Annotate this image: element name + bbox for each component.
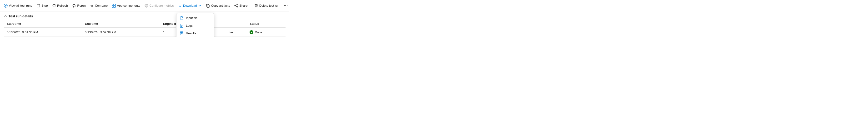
svg-rect-2 [112, 4, 114, 5]
col-status: Status [247, 20, 285, 28]
stop-button[interactable]: Stop [34, 3, 50, 9]
col-end-time: End time [82, 20, 160, 28]
status-done: Done [250, 30, 283, 34]
copy-artifacts-icon [206, 4, 210, 8]
test-run-table: Start time End time Engine instances Sta… [4, 20, 285, 37]
copy-artifacts-button[interactable]: Copy artifacts [204, 3, 232, 9]
delete-test-run-label: Delete test run [259, 4, 280, 7]
table-body: 5/13/2024, 9:01:30 PM 5/13/2024, 9:02:38… [4, 28, 285, 37]
svg-rect-4 [112, 6, 114, 7]
configure-metrics-icon [145, 4, 148, 8]
download-logs-item[interactable]: Logs [177, 22, 214, 30]
results-icon [180, 31, 184, 35]
svg-rect-8 [180, 24, 181, 27]
status-label: Done [255, 30, 262, 34]
results-label: Results [186, 31, 196, 35]
compare-button[interactable]: Compare [88, 3, 110, 9]
refresh-label: Refresh [57, 4, 68, 7]
cell-extra: ble [226, 28, 247, 37]
view-all-icon [4, 4, 8, 8]
configure-metrics-button[interactable]: Configure metrics [143, 3, 176, 9]
cell-end-time: 5/13/2024, 9:02:38 PM [82, 28, 160, 37]
table-row: 5/13/2024, 9:01:30 PM 5/13/2024, 9:02:38… [4, 28, 285, 37]
more-button[interactable]: ··· [282, 2, 289, 9]
section-title: Test run details [8, 14, 33, 18]
col-empty [226, 20, 247, 28]
table-container: Start time End time Engine instances Sta… [0, 20, 289, 37]
download-chevron-icon [198, 4, 202, 8]
rerun-label: Rerun [77, 4, 86, 7]
stop-label: Stop [41, 4, 48, 7]
share-button[interactable]: Share [232, 3, 250, 9]
svg-rect-5 [114, 6, 116, 7]
view-all-button[interactable]: View all test runs [2, 3, 34, 9]
svg-rect-1 [37, 4, 40, 7]
refresh-icon [52, 4, 56, 8]
share-label: Share [239, 4, 248, 7]
compare-label: Compare [95, 4, 107, 7]
status-done-icon [250, 30, 253, 34]
svg-rect-3 [114, 4, 116, 5]
configure-metrics-label: Configure metrics [150, 4, 174, 7]
download-icon [178, 4, 182, 8]
logs-label: Logs [186, 24, 193, 27]
collapse-icon[interactable] [4, 14, 7, 18]
svg-point-6 [146, 5, 147, 6]
svg-point-17 [235, 5, 236, 6]
more-label: ··· [284, 3, 288, 8]
table-header: Start time End time Engine instances Sta… [4, 20, 285, 28]
toolbar: View all test runs Stop Refresh [0, 0, 289, 11]
section-header: Test run details [0, 11, 289, 20]
download-dropdown-container: Download Input file [176, 3, 204, 9]
compare-icon [90, 4, 94, 8]
download-button[interactable]: Download [176, 3, 204, 9]
delete-test-run-button[interactable]: Delete test run [252, 3, 281, 9]
rerun-icon [72, 4, 76, 8]
view-all-label: View all test runs [9, 4, 32, 7]
download-menu: Input file Logs [176, 13, 214, 37]
app-components-button[interactable]: App components [110, 3, 142, 9]
logs-icon [180, 24, 184, 28]
download-label: Download [183, 4, 197, 7]
rerun-button[interactable]: Rerun [70, 3, 87, 9]
stop-icon [36, 4, 40, 8]
cell-start-time: 5/13/2024, 9:01:30 PM [4, 28, 82, 37]
download-input-file-item[interactable]: Input file [177, 14, 214, 22]
delete-icon [254, 4, 258, 8]
input-file-icon [180, 16, 184, 20]
svg-rect-14 [207, 5, 209, 7]
download-results-item[interactable]: Results [177, 30, 214, 37]
svg-point-16 [237, 6, 238, 7]
share-icon [234, 4, 238, 8]
cell-status: Done [247, 28, 285, 37]
col-start-time: Start time [4, 20, 82, 28]
app-components-icon [112, 4, 116, 8]
copy-artifacts-label: Copy artifacts [211, 4, 230, 7]
app-components-label: App components [117, 4, 140, 7]
input-file-label: Input file [186, 16, 198, 20]
svg-point-15 [237, 4, 238, 5]
refresh-button[interactable]: Refresh [50, 3, 70, 9]
